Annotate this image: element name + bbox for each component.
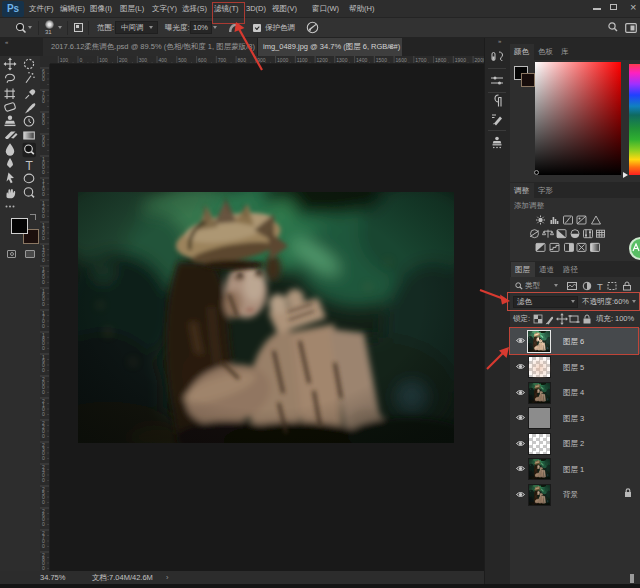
svg-text:0: 0 <box>42 543 45 549</box>
svg-text:0: 0 <box>42 142 45 148</box>
svg-text:0: 0 <box>42 323 45 329</box>
svg-text:0: 0 <box>42 120 45 126</box>
svg-text:1200: 1200 <box>317 57 328 63</box>
svg-text:700: 700 <box>218 57 227 63</box>
svg-text:0: 0 <box>42 521 45 527</box>
svg-text:100: 100 <box>60 57 69 63</box>
svg-text:400: 400 <box>159 57 168 63</box>
svg-text:0: 0 <box>42 477 45 483</box>
svg-text:0: 0 <box>80 57 83 63</box>
svg-text:0: 0 <box>42 213 45 219</box>
svg-text:0: 0 <box>42 433 45 439</box>
svg-text:0: 0 <box>42 76 45 82</box>
svg-text:T: T <box>597 281 603 292</box>
svg-text:500: 500 <box>178 57 187 63</box>
svg-text:0: 0 <box>42 455 45 461</box>
svg-text:0: 0 <box>42 345 45 351</box>
svg-text:0: 0 <box>42 279 45 285</box>
svg-text:0: 0 <box>42 235 45 241</box>
svg-text:0: 0 <box>42 411 45 417</box>
svg-text:T: T <box>26 159 34 173</box>
svg-text:1700: 1700 <box>415 57 426 63</box>
svg-text:300: 300 <box>139 57 148 63</box>
svg-text:0: 0 <box>42 565 45 571</box>
svg-text:1100: 1100 <box>297 57 308 63</box>
svg-text:1000: 1000 <box>277 57 288 63</box>
svg-text:2000: 2000 <box>475 57 484 63</box>
svg-text:1300: 1300 <box>336 57 347 63</box>
svg-text:0: 0 <box>42 499 45 505</box>
svg-text:0: 0 <box>42 191 45 197</box>
svg-text:1600: 1600 <box>396 57 407 63</box>
svg-text:0: 0 <box>42 389 45 395</box>
svg-text:200: 200 <box>119 57 128 63</box>
svg-text:0: 0 <box>42 367 45 373</box>
svg-text:600: 600 <box>198 57 207 63</box>
svg-text:0: 0 <box>42 169 45 175</box>
svg-text:0: 0 <box>42 301 45 307</box>
svg-text:100: 100 <box>99 57 108 63</box>
svg-text:0: 0 <box>42 98 45 104</box>
svg-text:1800: 1800 <box>435 57 446 63</box>
svg-text:1400: 1400 <box>356 57 367 63</box>
svg-text:1900: 1900 <box>455 57 466 63</box>
svg-text:0: 0 <box>42 257 45 263</box>
svg-text:1500: 1500 <box>376 57 387 63</box>
